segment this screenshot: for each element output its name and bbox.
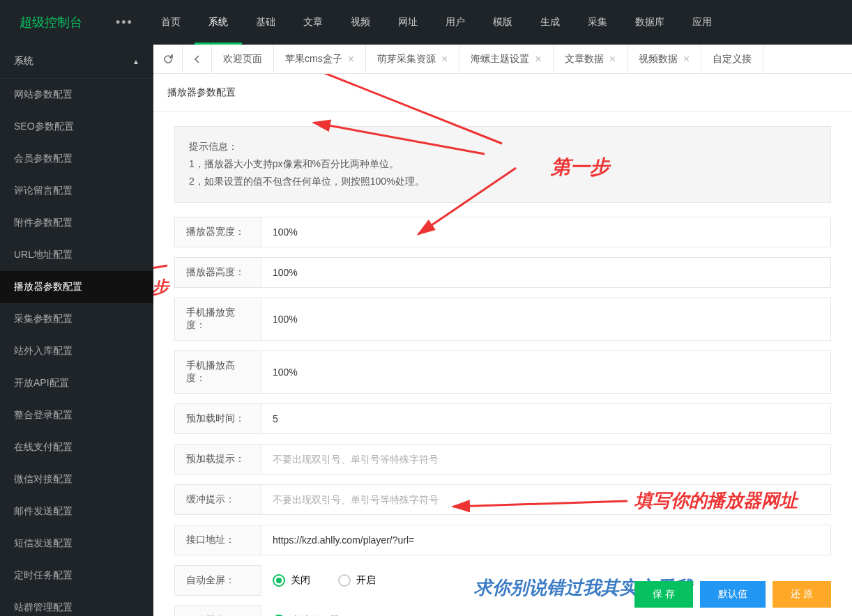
refresh-button[interactable] [153,45,183,73]
nav-item-3[interactable]: 文章 [289,0,337,45]
input-mobile-width[interactable] [261,298,831,341]
sidebar-item-0[interactable]: 网站参数配置 [0,79,153,111]
label-autofull: 自动全屏： [174,565,261,596]
label-mobile-height: 手机播放高度： [174,351,261,394]
sidebar: 系统 ▲ 网站参数配置SEO参数配置会员参数配置评论留言配置附件参数配置URL地… [0,45,153,616]
sidebar-section-label: 系统 [14,55,33,68]
radio-autofull-on[interactable]: 开启 [338,574,376,587]
nav-item-0[interactable]: 首页 [147,0,195,45]
input-mobile-height[interactable] [261,351,831,394]
label-player-file: 播放器文件： [174,606,261,616]
sidebar-item-16[interactable]: 站群管理配置 [0,592,153,616]
tab-4[interactable]: 文章数据× [554,45,627,73]
logo: 超级控制台 [0,14,102,31]
main-panel: 欢迎页面苹果cms盒子×萌芽采集资源×海螺主题设置×文章数据×视频数据×自定义接… [153,45,852,616]
tab-1[interactable]: 苹果cms盒子× [274,45,366,73]
nav-item-9[interactable]: 采集 [574,0,621,45]
tab-label: 自定义接 [713,53,752,66]
label-preload-tip: 预加载提示： [174,444,261,475]
tab-0[interactable]: 欢迎页面 [212,45,274,73]
sidebar-item-3[interactable]: 评论留言配置 [0,175,153,207]
sidebar-item-13[interactable]: 邮件发送配置 [0,495,153,528]
label-player-width: 播放器宽度： [174,217,261,247]
sidebar-item-4[interactable]: 附件参数配置 [0,207,153,239]
tab-label: 海螺主题设置 [471,53,529,66]
sidebar-item-9[interactable]: 开放API配置 [0,367,153,399]
input-player-height[interactable] [261,257,831,288]
close-icon[interactable]: × [441,53,448,66]
hint-box: 提示信息： 1，播放器大小支持px像素和%百分比两种单位。 2，如果设置的值不包… [174,126,831,203]
nav-item-4[interactable]: 视频 [337,0,384,45]
sidebar-item-10[interactable]: 整合登录配置 [0,399,153,431]
form-area: 提示信息： 1，播放器大小支持px像素和%百分比两种单位。 2，如果设置的值不包… [153,112,852,616]
default-button[interactable]: 默认值 [700,581,766,608]
sidebar-item-5[interactable]: URL地址配置 [0,239,153,271]
sidebar-item-11[interactable]: 在线支付配置 [0,431,153,463]
nav-item-10[interactable]: 数据库 [621,0,678,45]
nav-item-6[interactable]: 用户 [432,0,479,45]
nav-item-2[interactable]: 基础 [242,0,289,45]
back-button[interactable] [183,45,212,73]
tab-label: 苹果cms盒子 [285,53,342,66]
radio-checked-icon [273,574,285,587]
refresh-icon [162,54,174,65]
close-icon[interactable]: × [535,53,541,66]
hint-line-2: 2，如果设置的值不包含任何单位，则按照100%处理。 [189,173,816,190]
nav-item-7[interactable]: 模版 [479,0,526,45]
tab-label: 欢迎页面 [223,53,262,66]
input-preload-time[interactable] [261,403,831,434]
radio-unchecked-icon [338,574,351,587]
svg-line-3 [153,265,167,293]
label-buffer-tip: 缓冲提示： [174,484,261,515]
hint-line-1: 1，播放器大小支持px像素和%百分比两种单位。 [189,155,816,173]
tab-bar: 欢迎页面苹果cms盒子×萌芽采集资源×海螺主题设置×文章数据×视频数据×自定义接 [153,45,852,74]
nav-item-5[interactable]: 网址 [384,0,432,45]
sidebar-item-8[interactable]: 站外入库配置 [0,335,153,367]
tab-3[interactable]: 海螺主题设置× [459,45,553,73]
tab-label: 萌芽采集资源 [377,53,436,66]
close-icon[interactable]: × [609,53,616,66]
close-icon[interactable]: × [683,53,690,66]
tab-6[interactable]: 自定义接 [701,45,763,73]
content-header: 播放器参数配置 [153,74,852,112]
sidebar-item-14[interactable]: 短信发送配置 [0,528,153,560]
input-player-width[interactable] [261,217,831,247]
sidebar-item-7[interactable]: 采集参数配置 [0,303,153,335]
sidebar-item-6[interactable]: 播放器参数配置 [0,271,153,303]
input-buffer-tip[interactable] [261,484,831,515]
reset-button[interactable]: 还 原 [773,581,831,608]
page-title: 播放器参数配置 [167,82,236,103]
nav-item-1[interactable]: 系统 [195,0,242,45]
nav-item-11[interactable]: 应用 [678,0,726,45]
nav-item-8[interactable]: 生成 [526,0,574,45]
tab-label: 视频数据 [639,53,678,66]
chevron-left-icon [192,54,202,64]
more-menu-icon[interactable]: ••• [102,15,147,30]
close-icon[interactable]: × [348,53,354,66]
annotation-step2: 第二步 [153,276,169,298]
sidebar-item-12[interactable]: 微信对接配置 [0,463,153,495]
tab-label: 文章数据 [565,53,604,66]
label-player-height: 播放器高度： [174,257,261,288]
sidebar-item-1[interactable]: SEO参数配置 [0,111,153,143]
sidebar-section-header[interactable]: 系统 ▲ [0,45,153,79]
input-api-url[interactable] [261,525,831,555]
footer-buttons: 保 存 默认值 还 原 [634,581,831,608]
radio-autofull-off[interactable]: 关闭 [273,574,310,587]
label-api-url: 接口地址： [174,525,261,555]
tab-5[interactable]: 视频数据× [627,45,701,73]
chevron-up-icon: ▲ [132,58,139,66]
hint-title: 提示信息： [189,138,816,155]
label-preload-time: 预加载时间： [174,403,261,434]
radio-label-on: 开启 [356,574,376,587]
sidebar-item-15[interactable]: 定时任务配置 [0,560,153,592]
label-mobile-width: 手机播放宽度： [174,298,261,341]
top-nav: 超级控制台 ••• 首页系统基础文章视频网址用户模版生成采集数据库应用 [0,0,852,45]
tab-2[interactable]: 萌芽采集资源× [366,45,459,73]
input-preload-tip[interactable] [261,444,831,475]
radio-label-off: 关闭 [291,574,310,587]
save-button[interactable]: 保 存 [634,581,693,608]
sidebar-item-2[interactable]: 会员参数配置 [0,143,153,175]
